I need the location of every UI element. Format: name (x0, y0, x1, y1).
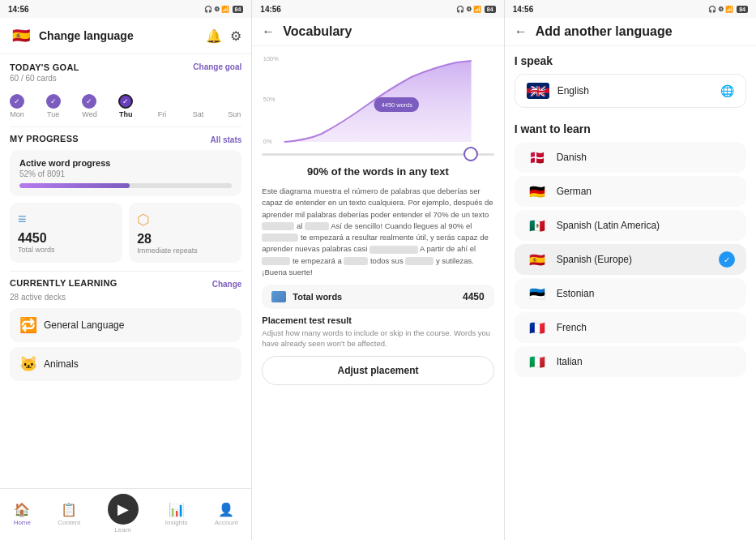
panel1-header: 🇪🇸 Change language 🔔 ⚙ (0, 18, 251, 54)
nav-learn[interactable]: ▶ Learn (108, 494, 139, 534)
svg-text:100%: 100% (263, 55, 279, 62)
nav-insights[interactable]: 📊 Insights (165, 502, 188, 526)
panel2-header: ← Vocabulary (252, 18, 503, 46)
english-left: 🇬🇧 English (527, 83, 589, 99)
total-words-left: Total words (271, 291, 342, 302)
panel-home: 14:56 🎧 ⚙ 📶 84 🇪🇸 Change language 🔔 ⚙ TO… (0, 0, 252, 540)
lang-flag-title[interactable]: 🇪🇸 Change language (10, 24, 134, 47)
placement-desc: Adjust how many words to include or skip… (262, 328, 493, 349)
progress-bar-fill (19, 183, 130, 188)
immediate-repeats-value: 28 (137, 232, 233, 246)
panel1-content: TODAY'S GOAL 60 / 60 cards Change goal ✓… (0, 54, 251, 488)
nav-insights-label: Insights (165, 519, 188, 526)
vocab-slider[interactable] (252, 153, 503, 156)
nav-home-label: Home (14, 519, 31, 526)
vocab-back-button[interactable]: ← (262, 24, 275, 39)
progress-bar-background (19, 183, 232, 188)
settings-icon[interactable]: ⚙ (230, 28, 241, 44)
german-option[interactable]: 🇩🇪 German (515, 176, 746, 207)
day-sun: Sun (227, 94, 241, 118)
panel-vocabulary: 14:56 🎧 ⚙ 📶 84 ← Vocabulary 100% (252, 0, 504, 540)
panel3-header: ← Add another language (505, 18, 756, 46)
i-want-label: I want to learn (515, 122, 746, 135)
estonian-name: Estonian (557, 288, 595, 299)
nav-content[interactable]: 📋 Content (58, 502, 80, 526)
day-check-fri (155, 94, 169, 109)
english-option[interactable]: 🇬🇧 English 🌐 (515, 74, 746, 108)
panel2-scroll: 100% 50% 0% 4450 words 90% of the words … (252, 46, 503, 540)
spanish-latin-option[interactable]: 🇲🇽 Spanish (Latin America) (515, 210, 746, 241)
estonia-flag-icon: 🇪🇪 (526, 285, 549, 302)
estonian-option[interactable]: 🇪🇪 Estonian (515, 278, 746, 309)
day-label-thu: Thu (119, 110, 133, 118)
day-label-sun: Sun (228, 110, 241, 118)
animals-icon: 🐱 (19, 355, 37, 373)
placement-title: Placement test result (262, 315, 493, 325)
svg-text:50%: 50% (263, 96, 275, 103)
spanish-europe-flag-icon: 🇪🇸 (526, 251, 549, 268)
selected-check-icon: ✓ (719, 251, 735, 268)
day-label-tue: Tue (47, 110, 59, 118)
learn-button[interactable]: ▶ (108, 494, 139, 525)
days-row: ✓ Mon ✓ Tue ✓ Wed ✓ Thu Fri Sat (10, 94, 241, 118)
total-words-value: 4450 (18, 231, 114, 246)
immediate-repeats-label: Immediate repeats (137, 246, 233, 255)
change-deck-button[interactable]: Change (212, 280, 242, 289)
spanish-latin-name: Spanish (Latin America) (557, 220, 660, 231)
german-name: German (557, 186, 592, 197)
nav-home[interactable]: 🏠 Home (14, 502, 31, 526)
spanish-latin-left: 🇲🇽 Spanish (Latin America) (526, 217, 660, 234)
progress-card-title: Active word progress (19, 158, 232, 168)
i-speak-section: I speak 🇬🇧 English 🌐 (505, 46, 756, 118)
italian-left: 🇮🇹 Italian (526, 354, 583, 370)
i-want-section: I want to learn 🇩🇰 Danish 🇩🇪 German 🇲🇽 S… (505, 118, 756, 385)
currently-learning-header: CURRENTLY LEARNING Change (10, 278, 241, 289)
globe-icon: 🌐 (720, 84, 734, 97)
placement-section: Placement test result Adjust how many wo… (252, 315, 503, 349)
notification-icon[interactable]: 🔔 (206, 28, 222, 44)
french-name: French (557, 322, 587, 333)
deck-general-language[interactable]: 🔁 General Language (10, 308, 241, 342)
total-words-row-label: Total words (293, 292, 342, 302)
italian-option[interactable]: 🇮🇹 Italian (515, 346, 746, 377)
immediate-repeats-card: ⬡ 28 Immediate repeats (129, 203, 241, 263)
deck-animals[interactable]: 🐱 Animals (10, 347, 241, 381)
nav-content-label: Content (58, 519, 80, 526)
spanish-europe-option[interactable]: 🇪🇸 Spanish (Europe) ✓ (515, 244, 746, 275)
vocabulary-title: Vocabulary (283, 24, 352, 39)
vocab-chart: 100% 50% 0% 4450 words (262, 53, 493, 150)
spanish-latin-flag-icon: 🇲🇽 (526, 217, 549, 234)
slider-track (262, 153, 493, 156)
status-bar-2: 14:56 🎧 ⚙ 📶 84 (252, 0, 503, 18)
status-bar-3: 14:56 🎧 ⚙ 📶 84 (505, 0, 756, 18)
adjust-placement-button[interactable]: Adjust placement (262, 356, 493, 385)
day-mon: ✓ Mon (10, 94, 24, 118)
all-stats-button[interactable]: All stats (210, 135, 241, 144)
total-words-row-icon (271, 291, 286, 302)
day-check-mon: ✓ (10, 94, 24, 109)
change-goal-button[interactable]: Change goal (193, 62, 241, 71)
header-icons: 🔔 ⚙ (206, 28, 241, 44)
time-2: 14:56 (260, 5, 281, 14)
add-lang-back-button[interactable]: ← (515, 24, 527, 39)
today-goal-row: TODAY'S GOAL 60 / 60 cards Change goal (10, 62, 241, 88)
slider-thumb[interactable] (463, 147, 478, 161)
total-words-label: Total words (18, 246, 114, 254)
status-bar-1: 14:56 🎧 ⚙ 📶 84 (0, 0, 251, 18)
germany-flag-icon: 🇩🇪 (526, 183, 549, 199)
danish-option[interactable]: 🇩🇰 Danish (515, 142, 746, 173)
estonian-left: 🇪🇪 Estonian (526, 285, 595, 302)
day-tue: ✓ Tue (46, 94, 61, 118)
denmark-flag-icon: 🇩🇰 (526, 149, 549, 165)
my-progress-label: MY PROGRESS (10, 134, 79, 144)
day-thu: ✓ Thu (118, 94, 133, 118)
french-option[interactable]: 🇫🇷 French (515, 312, 746, 343)
danish-name: Danish (557, 152, 587, 163)
active-word-progress-card: Active word progress 52% of 8091 (10, 150, 241, 196)
vocab-headline: 90% of the words in any text (252, 162, 503, 181)
status-icons-1: 🎧 ⚙ 📶 84 (204, 6, 244, 13)
uk-flag-icon: 🇬🇧 (527, 83, 549, 99)
english-name: English (557, 85, 589, 96)
nav-account[interactable]: 👤 Account (215, 502, 238, 526)
nav-account-label: Account (215, 519, 238, 526)
